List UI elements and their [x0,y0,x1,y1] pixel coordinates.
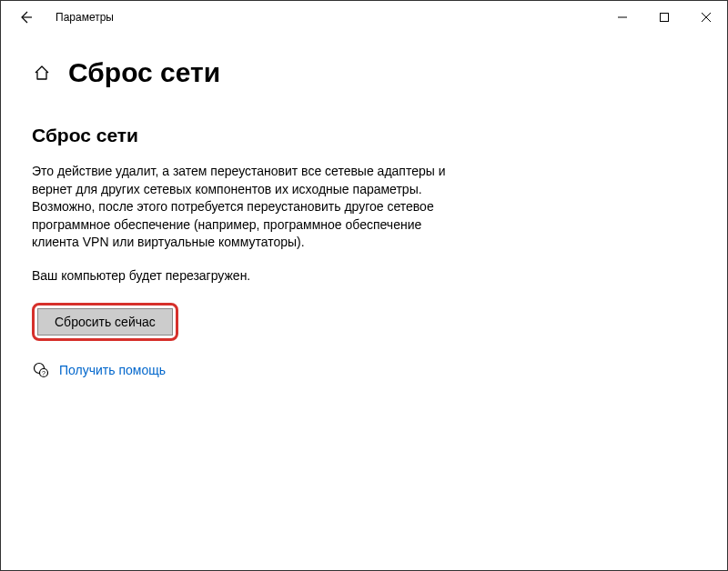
section-title: Сброс сети [32,125,696,146]
svg-text:?: ? [42,370,46,376]
svg-rect-1 [661,14,669,22]
content-area: Сброс сети Сброс сети Это действие удали… [1,34,727,379]
help-icon: ? [32,361,50,379]
reset-button-highlight: Сбросить сейчас [32,303,178,341]
maximize-button[interactable] [643,3,685,32]
home-icon[interactable] [32,63,52,83]
maximize-icon [660,13,669,22]
minimize-button[interactable] [602,3,643,32]
reset-now-button[interactable]: Сбросить сейчас [37,308,173,336]
window-controls [602,3,727,32]
help-row: ? Получить помощь [32,361,696,379]
titlebar: Параметры [1,1,727,34]
warning-text: Ваш компьютер будет перезагружен. [32,268,696,283]
minimize-icon [618,13,627,22]
close-icon [702,13,711,22]
window-title: Параметры [56,11,114,24]
page-title: Сброс сети [68,57,220,88]
get-help-link[interactable]: Получить помощь [59,363,166,377]
description-text: Это действие удалит, а затем переустанов… [32,163,469,252]
back-button[interactable] [12,4,39,31]
page-header: Сброс сети [32,57,696,88]
arrow-left-icon [18,10,33,25]
close-button[interactable] [685,3,727,32]
